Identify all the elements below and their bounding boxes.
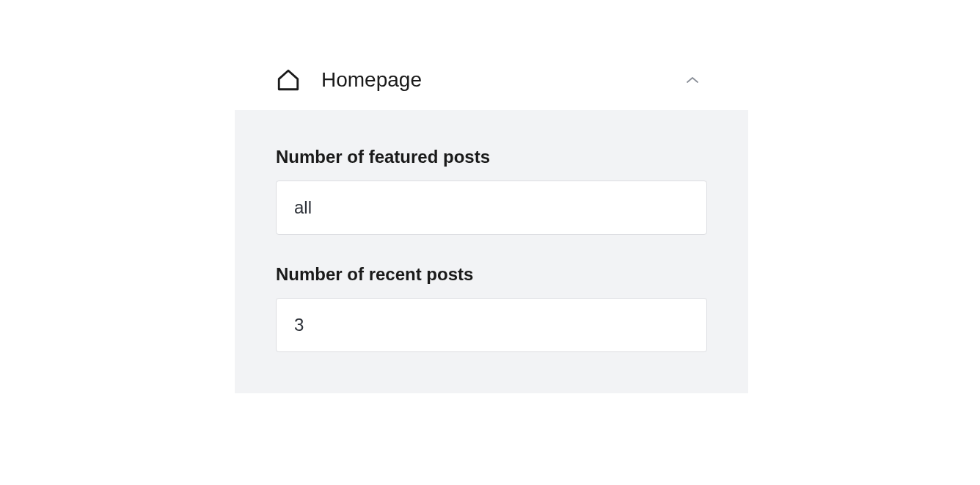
recent-posts-field: Number of recent posts [276, 264, 707, 352]
featured-posts-label: Number of featured posts [276, 147, 707, 167]
panel-header[interactable]: Homepage [235, 50, 748, 110]
panel-body: Number of featured posts Number of recen… [235, 110, 748, 393]
home-icon [276, 68, 301, 92]
chevron-up-icon [685, 73, 700, 87]
featured-posts-input[interactable] [276, 180, 707, 235]
recent-posts-input[interactable] [276, 298, 707, 352]
panel-title: Homepage [321, 68, 685, 92]
homepage-settings-panel: Homepage Number of featured posts Number… [235, 50, 748, 393]
featured-posts-field: Number of featured posts [276, 147, 707, 235]
recent-posts-label: Number of recent posts [276, 264, 707, 285]
